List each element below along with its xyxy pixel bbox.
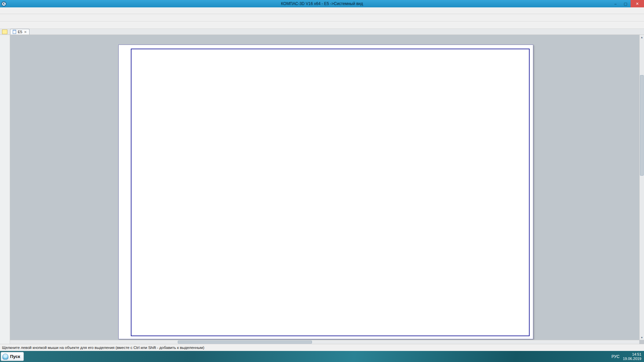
title-bar: K КОМПАС-3D V16 x64 - E5 ->Системный вид… [0, 0, 644, 7]
tab-close-icon[interactable]: ✕ [24, 30, 26, 34]
drawing-canvas[interactable] [10, 35, 639, 340]
horizontal-scrollbar[interactable] [10, 340, 639, 344]
compact-toolbar [0, 35, 10, 344]
start-shell-icon [2, 354, 8, 360]
system-tray: РУС 14:51 19.06.2019 [608, 352, 644, 361]
vertical-scrollbar[interactable]: ▲ ▼ [639, 35, 644, 340]
toolbar-current-state [0, 21, 644, 29]
document-tab-bar: E5 ✕ [0, 29, 644, 35]
vertical-scroll-thumb[interactable] [640, 75, 644, 176]
document-tab[interactable]: E5 ✕ [10, 29, 30, 35]
status-bar: Щелкните левой кнопкой мыши на объекте д… [0, 344, 644, 351]
start-button[interactable]: Пуск [1, 352, 24, 361]
menu-bar [0, 7, 644, 14]
horizontal-scroll-thumb[interactable] [178, 341, 312, 344]
window-title: КОМПАС-3D V16 x64 - E5 ->Системный вид [0, 1, 644, 6]
clock-time: 14:51 [623, 352, 641, 357]
start-label: Пуск [10, 354, 20, 359]
clock[interactable]: 14:51 19.06.2019 [623, 352, 641, 361]
clock-date: 19.06.2019 [623, 357, 641, 361]
toolbar-standard [0, 14, 644, 21]
document-tab-label: E5 [18, 30, 22, 34]
scroll-up-icon[interactable]: ▲ [640, 35, 644, 40]
schematic-drawing [10, 35, 639, 340]
screen: { "window": { "title": "КОМПАС-3D V16 x6… [0, 0, 644, 362]
scroll-down-icon[interactable]: ▼ [640, 335, 644, 340]
taskbar: Пуск РУС 14:51 19.06.2019 [0, 351, 644, 362]
status-hint: Щелкните левой кнопкой мыши на объекте д… [2, 346, 204, 350]
document-icon [13, 30, 16, 34]
language-indicator[interactable]: РУС [611, 354, 620, 359]
panel-corner-button[interactable] [2, 29, 7, 34]
